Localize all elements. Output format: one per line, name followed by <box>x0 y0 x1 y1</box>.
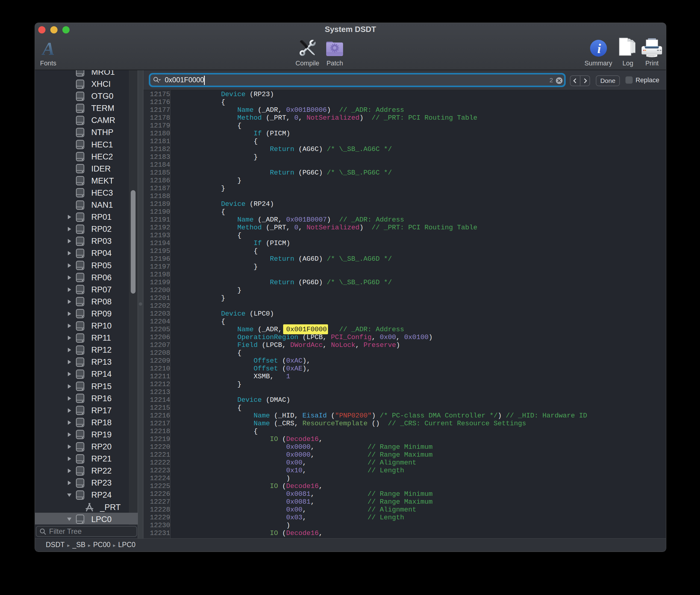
svg-text:i: i <box>597 41 601 56</box>
